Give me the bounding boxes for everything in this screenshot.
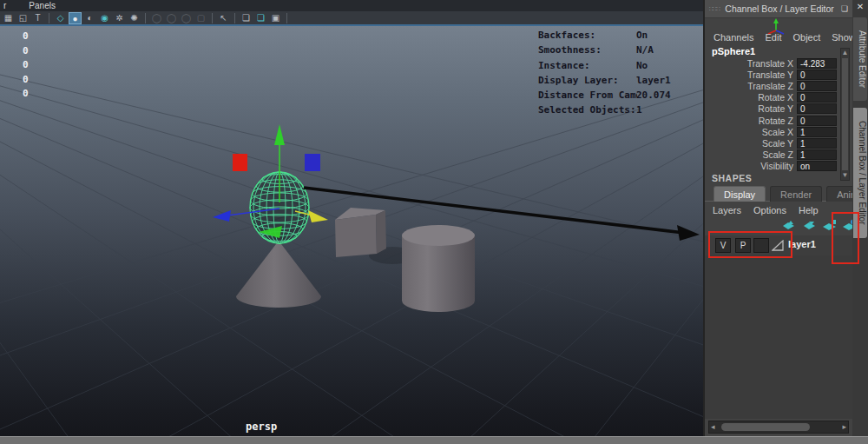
- hud-value: On: [636, 28, 648, 43]
- hud-label: Instance:: [538, 58, 590, 73]
- hud-counter: 0: [23, 58, 29, 73]
- channel-value-field[interactable]: 1: [797, 127, 837, 137]
- hud-label: Backfaces:: [538, 28, 595, 43]
- channel-value-field[interactable]: on: [797, 161, 837, 171]
- image-plane-icon[interactable]: ▣: [269, 12, 282, 24]
- annotation-box-new-layer-button: [832, 212, 859, 264]
- tear-off-copy-icon[interactable]: ❏: [254, 12, 267, 24]
- channel-row: Rotate Y0: [705, 103, 840, 115]
- menu-help[interactable]: Help: [799, 205, 819, 215]
- default-lighting-icon[interactable]: ✺: [128, 12, 141, 24]
- single-pane-layout-icon[interactable]: ◱: [16, 12, 30, 24]
- scrollbar-thumb[interactable]: [842, 58, 848, 170]
- channel-name[interactable]: Scale Y: [705, 138, 797, 149]
- scroll-left-icon[interactable]: ◂: [711, 421, 715, 433]
- occlusion-icon[interactable]: ◯: [165, 12, 178, 24]
- multisample-icon[interactable]: ▢: [194, 12, 207, 24]
- move-layer-down-icon[interactable]: [802, 219, 817, 232]
- layer-editor-menus: Layers Options Help: [713, 205, 819, 215]
- shadows-icon[interactable]: ◯: [150, 12, 163, 24]
- channel-value-field[interactable]: 0: [797, 81, 837, 91]
- horizontal-scrollbar[interactable]: ◂ ▸: [708, 421, 849, 434]
- channel-row: Translate Z0: [705, 80, 840, 91]
- window-bottom-edge: [0, 436, 868, 444]
- channel-value-field[interactable]: 0: [797, 103, 837, 114]
- pane-layout-t-icon[interactable]: T: [31, 12, 44, 24]
- dock-grip-icon[interactable]: ∷∷∷: [705, 5, 722, 13]
- close-icon[interactable]: ✕: [852, 2, 868, 11]
- hud-label: Smoothness:: [538, 43, 602, 57]
- channel-name[interactable]: Rotate Y: [705, 103, 797, 114]
- layer-list-empty-area[interactable]: [705, 255, 852, 419]
- smooth-shaded-icon[interactable]: ●: [69, 12, 82, 24]
- channel-row: Scale Z1: [705, 149, 840, 161]
- tab-display[interactable]: Display: [713, 186, 766, 202]
- channel-value-field[interactable]: 1: [797, 138, 837, 149]
- manip-plane-handle-red[interactable]: [233, 154, 247, 171]
- menu-object[interactable]: Object: [792, 32, 820, 43]
- scroll-right-icon[interactable]: ▸: [842, 421, 846, 433]
- channel-value-field[interactable]: 0: [797, 116, 837, 126]
- shapes-section-label[interactable]: SHAPES: [712, 173, 752, 183]
- menu-item-partial[interactable]: r: [3, 1, 6, 10]
- channel-name[interactable]: Translate X: [705, 58, 797, 69]
- scrollbar-thumb[interactable]: [721, 423, 810, 431]
- viewport-toolbar: ▦ ◱ T ◇ ● ◐ ◉ ✲ ✺ ◯ ◯ ◯ ▢ ↖ ❏ ❏ ▣: [0, 11, 703, 26]
- channel-name[interactable]: Translate Z: [705, 81, 797, 91]
- move-layer-up-icon[interactable]: [781, 219, 796, 232]
- toolbar-separator: [49, 13, 49, 23]
- menu-item-panels[interactable]: Panels: [29, 1, 56, 10]
- menu-layers[interactable]: Layers: [713, 205, 741, 215]
- channel-box-panel: ∷∷∷ Channel Box / Layer Editor ❏ Channel…: [703, 0, 852, 444]
- toolbar-separator: [212, 13, 213, 23]
- xray-icon[interactable]: ✲: [113, 12, 126, 24]
- textured-icon[interactable]: ◉: [98, 12, 111, 24]
- channel-value-field[interactable]: 1: [797, 149, 837, 160]
- annotation-box-layer-row: [708, 231, 792, 258]
- channel-scrollbar[interactable]: ▲ ▼: [840, 48, 850, 181]
- select-cursor-icon[interactable]: ↖: [217, 12, 230, 24]
- hud-value: N/A: [636, 43, 654, 57]
- channel-name[interactable]: Rotate X: [705, 92, 797, 103]
- tab-attribute-editor[interactable]: Attribute Editor: [853, 17, 867, 101]
- four-pane-layout-icon[interactable]: ▦: [2, 12, 15, 24]
- hud-counter: 0: [23, 87, 29, 102]
- manip-plane-handle-blue[interactable]: [305, 154, 320, 171]
- hud-label: Selected Objects:: [538, 103, 636, 117]
- channel-name[interactable]: Visibility: [705, 161, 797, 171]
- scroll-down-icon[interactable]: ▼: [841, 171, 849, 180]
- channel-value-field[interactable]: -4.283: [797, 58, 837, 69]
- flat-shaded-icon[interactable]: ◐: [83, 12, 96, 24]
- hud-value: 20.074: [636, 88, 671, 103]
- float-panel-icon[interactable]: ❏: [837, 4, 852, 13]
- cylinder-object[interactable]: [402, 225, 475, 312]
- channel-list: Translate X-4.283 Translate Y0 Translate…: [705, 57, 840, 172]
- channel-name[interactable]: Scale X: [705, 127, 797, 137]
- cube-object[interactable]: [335, 208, 386, 257]
- channel-row: Visibilityon: [705, 161, 840, 172]
- tab-render[interactable]: Render: [770, 186, 822, 202]
- selected-object-name[interactable]: pSphere1: [712, 46, 755, 56]
- maya-window: r Panels ▦ ◱ T ◇ ● ◐ ◉ ✲ ✺ ◯ ◯ ◯ ▢ ↖ ❏ ❏…: [0, 0, 868, 444]
- channel-value-field[interactable]: 0: [797, 70, 837, 80]
- channel-value-field[interactable]: 0: [797, 92, 837, 103]
- channel-row: Translate Y0: [705, 69, 840, 80]
- duplicate-pane-icon[interactable]: ❏: [240, 12, 253, 24]
- toolbar-separator: [145, 13, 146, 23]
- channel-name[interactable]: Rotate Z: [705, 116, 797, 126]
- channel-name[interactable]: Scale Z: [705, 149, 797, 160]
- hud-left-counters: 0 0 0 0 0: [23, 30, 29, 102]
- hud-label: Display Layer:: [538, 73, 619, 88]
- menu-edit[interactable]: Edit: [765, 32, 781, 43]
- menu-channels[interactable]: Channels: [713, 32, 753, 43]
- channel-row: Scale Y1: [705, 137, 840, 149]
- panel-title-bar[interactable]: ∷∷∷ Channel Box / Layer Editor ❏: [705, 0, 852, 18]
- menu-options[interactable]: Options: [753, 205, 786, 215]
- scroll-up-icon[interactable]: ▲: [841, 49, 849, 57]
- channel-box-menus: Channels Edit Object Show: [713, 32, 856, 43]
- wireframe-cube-icon[interactable]: ◇: [54, 12, 67, 24]
- hud-object-details: Backfaces:On Smoothness:N/A Instance:No …: [538, 28, 703, 118]
- channel-name[interactable]: Translate Y: [705, 70, 797, 80]
- motion-blur-icon[interactable]: ◯: [180, 12, 193, 24]
- channel-row: Rotate Z0: [705, 115, 840, 126]
